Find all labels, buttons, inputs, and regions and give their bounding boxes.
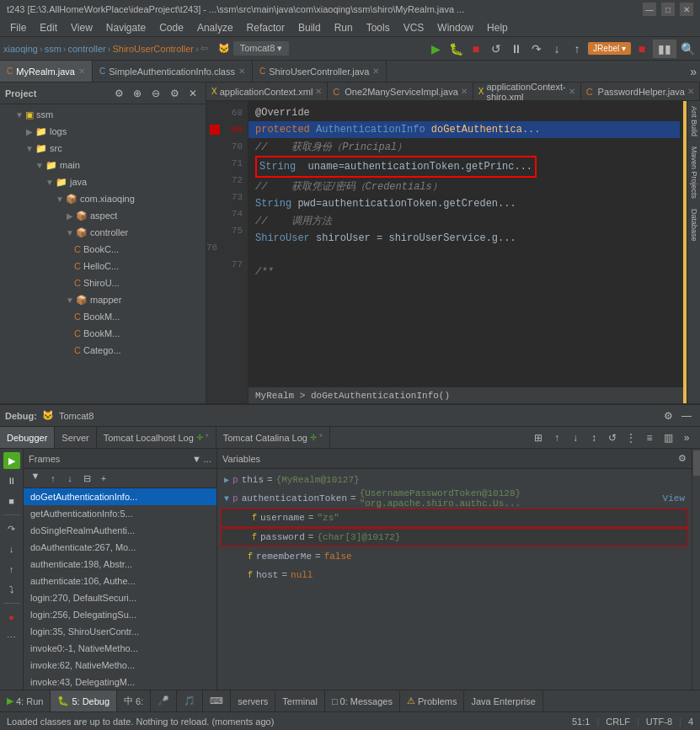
debug-step-over-btn[interactable]: ↷ [3, 520, 20, 537]
close-button[interactable]: ✕ [680, 3, 693, 16]
frames-up-btn[interactable]: ↑ [45, 471, 61, 486]
debug-down-btn[interactable]: ↓ [567, 429, 584, 446]
tree-item-catego[interactable]: C Catego... [0, 342, 206, 359]
menu-run[interactable]: Run [328, 20, 360, 35]
scrollbar-thumb[interactable] [693, 450, 700, 476]
tree-item-com-xiaoqing[interactable]: ▼ 📦 com.xiaoqing [0, 190, 206, 207]
var-username[interactable]: f username = "zs" [221, 509, 688, 527]
bottom-tab-servers[interactable]: servers [231, 690, 275, 711]
bottom-tab-mic[interactable]: 🎤 [151, 690, 177, 711]
var-password[interactable]: f password = {char[3]@10172} [221, 528, 688, 546]
sec-tab-close[interactable]: ✕ [687, 87, 694, 96]
debug-stop-btn[interactable]: ■ [3, 493, 20, 509]
debug-sort-btn[interactable]: ↕ [585, 429, 602, 446]
run-play-button[interactable]: ▶ [426, 40, 445, 58]
sidebar-settings-icon[interactable]: ⚙ [111, 86, 126, 101]
menu-analyze[interactable]: Analyze [190, 20, 240, 35]
menu-vcs[interactable]: VCS [397, 20, 431, 35]
bottom-tab-terminal[interactable]: Terminal [275, 690, 325, 711]
tree-item-bookm2[interactable]: C BookM... [0, 325, 206, 342]
debug-tab-debugger[interactable]: Debugger [0, 427, 55, 448]
maximize-button[interactable]: □ [661, 3, 675, 16]
nav-controller[interactable]: controller [68, 44, 106, 54]
bottom-tab-problems[interactable]: ⚠ Problems [400, 690, 464, 711]
debug-extra-btn3[interactable]: ▥ [660, 429, 676, 446]
minimize-button[interactable]: — [643, 3, 656, 16]
menu-edit[interactable]: Edit [33, 20, 64, 35]
debug-tab-server[interactable]: Server [55, 427, 96, 448]
debug-reset-btn[interactable]: ↺ [604, 429, 621, 446]
frames-filter-icon[interactable]: ⊟ [79, 471, 94, 486]
frame-item-doauthenticate[interactable]: doAuthenticate:267, Mo... [24, 539, 216, 556]
tab-close-shiro[interactable]: ✕ [372, 67, 379, 76]
menu-window[interactable]: Window [430, 20, 480, 35]
debug-red-btn[interactable]: ● [3, 609, 20, 626]
jrebel-indicator[interactable]: JRebel ▾ [588, 42, 631, 55]
debug-settings-btn[interactable]: ⚙ [660, 408, 676, 424]
nav-shiro-controller[interactable]: ShiroUserController [112, 44, 194, 54]
frames-search-icon[interactable]: ▼ ... [192, 454, 211, 464]
run-extra-btn[interactable]: ■ [633, 40, 651, 58]
debug-extra-btn[interactable]: ⋮ [623, 429, 639, 446]
frame-item-authenticate198[interactable]: authenticate:198, Abstr... [24, 556, 216, 573]
bottom-tab-messages[interactable]: □ 0: Messages [325, 690, 400, 711]
debug-pause-btn[interactable]: ⏸ [3, 472, 20, 489]
ant-build-panel[interactable]: Ant Build [689, 101, 699, 141]
frame-item-authenticate106[interactable]: authenticate:106, Authe... [24, 573, 216, 589]
bottom-tab-music[interactable]: 🎵 [177, 690, 203, 711]
tabs-scroll-right[interactable]: » [690, 65, 697, 78]
tree-item-main[interactable]: ▼ 📁 main [0, 157, 206, 173]
run-step-out[interactable]: ↑ [568, 40, 586, 58]
debug-step-in-btn[interactable]: ↓ [3, 541, 20, 557]
menu-help[interactable]: Help [480, 20, 515, 35]
sidebar-gear-icon[interactable]: ⚙ [167, 86, 182, 101]
tree-item-helloc[interactable]: C HelloC... [0, 258, 206, 274]
tree-item-shirou[interactable]: C ShiroU... [0, 274, 206, 291]
menu-code[interactable]: Code [152, 20, 190, 35]
frames-filter-btn[interactable]: ▼ ... [27, 471, 44, 486]
nav-xiaoqing[interactable]: xiaoqing [3, 44, 38, 54]
menu-tools[interactable]: Tools [360, 20, 397, 35]
run-config-selector[interactable]: Tomcat8 ▾ [233, 41, 290, 56]
sec-tab-close[interactable]: ✕ [569, 87, 575, 96]
run-step-into[interactable]: ↓ [548, 40, 566, 58]
frame-item-invoke62[interactable]: invoke:62, NativeMetho... [24, 657, 216, 674]
bottom-tab-chinese[interactable]: 中 6: [117, 690, 151, 711]
debug-close-btn[interactable]: — [678, 408, 695, 424]
debug-step-out-btn[interactable]: ↑ [3, 561, 20, 578]
bottom-tab-run[interactable]: ▶ 4: Run [0, 690, 51, 711]
run-debug-button[interactable]: 🐛 [446, 40, 465, 58]
tab-close-myrealm[interactable]: ✕ [78, 67, 85, 76]
frame-item-login256[interactable]: login:256, DelegatingSu... [24, 606, 216, 623]
run-pause-button[interactable]: ⏸ [507, 40, 526, 58]
tree-item-logs[interactable]: ▶ 📁 logs [0, 123, 206, 140]
maven-projects-panel[interactable]: Maven Projects [689, 141, 699, 204]
debug-force-step-btn[interactable]: ⤵ [3, 581, 20, 598]
variables-settings-icon[interactable]: ⚙ [678, 453, 687, 463]
frame-item-login35[interactable]: login:35, ShiroUserContr... [24, 623, 216, 640]
sec-tab-close[interactable]: ✕ [315, 87, 322, 96]
sidebar-collapse-icon[interactable]: ⊖ [148, 86, 163, 101]
frame-item-login270[interactable]: login:270, DefaultSecuri... [24, 589, 216, 606]
var-authtoken[interactable]: ▼ p authenticationToken = {UsernamePassw… [217, 489, 692, 508]
variables-scrollbar[interactable] [692, 449, 700, 690]
frame-item-getauth[interactable]: getAuthenticationInfo:5... [24, 505, 216, 522]
frame-item-dosingle[interactable]: doSingleRealmAuthenti... [24, 522, 216, 539]
var-this[interactable]: ▶ p this = {MyRealm@10127} [217, 471, 692, 489]
tree-item-ssm[interactable]: ▼ ▣ ssm [0, 106, 206, 123]
frame-item-invoke0[interactable]: invoke0:-1, NativeMetho... [24, 640, 216, 657]
var-view-link[interactable]: View [663, 493, 685, 504]
debug-up-btn[interactable]: ↑ [548, 429, 565, 446]
tree-item-mapper[interactable]: ▼ 📦 mapper [0, 291, 206, 308]
tree-item-src[interactable]: ▼ 📁 src [0, 140, 206, 157]
frame-item-invoke43[interactable]: invoke:43, DelegatingM... [24, 674, 216, 690]
debug-extra-left-btn[interactable]: ⋯ [3, 629, 20, 646]
sec-tab-passhelper[interactable]: C PasswordHelper.java ✕ [581, 83, 700, 100]
run-rerun-button[interactable]: ↺ [487, 40, 505, 58]
sidebar-close-icon[interactable]: ✕ [185, 86, 200, 101]
menu-view[interactable]: View [64, 20, 99, 35]
database-panel[interactable]: Database [689, 204, 699, 247]
var-host[interactable]: f host = null [217, 566, 692, 584]
debug-extra-btn4[interactable]: » [678, 429, 695, 446]
frames-down-btn[interactable]: ↓ [62, 471, 77, 486]
